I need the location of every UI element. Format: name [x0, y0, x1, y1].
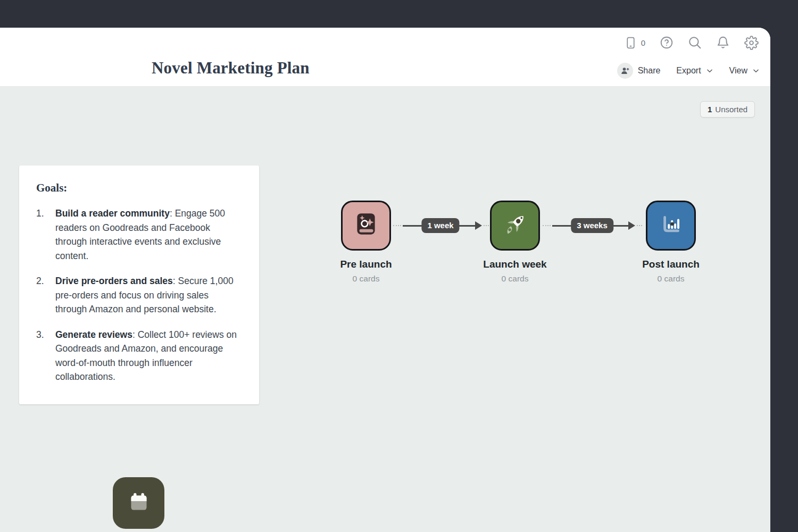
node-card-count: 0 cards [307, 274, 425, 284]
unsorted-badge[interactable]: 1 Unsorted [700, 101, 755, 118]
node-launch-week[interactable] [490, 201, 540, 251]
chevron-down-icon [706, 67, 713, 74]
connector-dotted-segment [637, 225, 642, 226]
list-number: 1. [36, 206, 55, 263]
connector-dotted-segment [543, 225, 551, 226]
connector-duration-label[interactable]: 3 weeks [571, 218, 613, 233]
calendar-icon [124, 488, 153, 519]
connector-dotted-segment [393, 225, 401, 226]
list-text: Drive pre-orders and sales: Secure 1,000… [55, 274, 242, 317]
header-action-row: Share Export View [617, 62, 760, 80]
node-label: Post launch [612, 259, 729, 270]
connector-dotted-segment [484, 225, 489, 226]
search-icon[interactable] [688, 36, 702, 49]
list-item: 1. Build a reader community: Engage 500 … [36, 206, 242, 263]
connector-arrowhead [628, 221, 635, 230]
board-title[interactable]: Novel Marketing Plan [152, 58, 310, 78]
list-item: 3. Generate reviews: Collect 100+ review… [36, 328, 242, 384]
bell-icon[interactable] [716, 36, 730, 49]
view-label: View [729, 66, 747, 76]
list-number: 2. [36, 274, 55, 317]
goals-heading: Goals: [36, 181, 242, 195]
list-item: 2. Drive pre-orders and sales: Secure 1,… [36, 274, 242, 317]
list-text: Build a reader community: Engage 500 rea… [55, 206, 242, 263]
magic-book-icon [352, 210, 380, 241]
export-label: Export [676, 66, 701, 76]
node-label: Launch week [456, 259, 573, 270]
user-plus-icon [617, 63, 633, 79]
node-card-count: 0 cards [456, 274, 573, 284]
unsorted-label: Unsorted [715, 105, 747, 114]
view-button[interactable]: View [729, 66, 760, 76]
list-text: Generate reviews: Collect 100+ reviews o… [55, 328, 242, 384]
export-button[interactable]: Export [676, 66, 713, 76]
calendar-node[interactable] [113, 477, 164, 529]
unsorted-count: 1 [708, 105, 712, 114]
help-icon[interactable] [660, 36, 674, 49]
node-label: Pre launch [307, 259, 425, 270]
chevron-down-icon [752, 67, 760, 74]
list-number: 3. [36, 328, 55, 384]
board-header: Novel Marketing Plan 0 [0, 28, 770, 87]
app-window: Novel Marketing Plan 0 [0, 28, 770, 532]
connector-arrowhead [475, 221, 482, 230]
goals-card[interactable]: Goals: 1. Build a reader community: Enga… [19, 165, 259, 404]
node-post-launch[interactable] [646, 201, 696, 251]
device-count: 0 [641, 38, 645, 47]
bar-chart-icon [656, 210, 685, 241]
gear-icon[interactable] [744, 36, 759, 50]
connector-duration-label[interactable]: 1 week [421, 218, 459, 233]
share-button[interactable]: Share [617, 63, 661, 79]
node-card-count: 0 cards [612, 274, 729, 284]
share-label: Share [638, 66, 661, 76]
device-indicator[interactable]: 0 [624, 36, 645, 49]
phone-icon [624, 36, 637, 49]
header-icon-row: 0 [624, 34, 759, 52]
node-pre-launch[interactable] [341, 201, 391, 251]
rocket-icon [501, 210, 529, 241]
